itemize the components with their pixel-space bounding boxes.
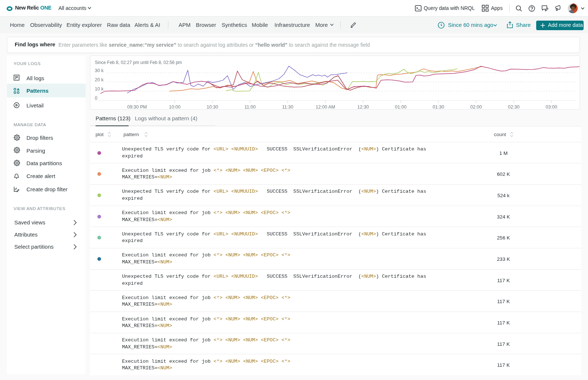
svg-text:10:30: 10:30 [207,104,218,109]
svg-text:11:30: 11:30 [282,104,293,109]
svg-text:12:30: 12:30 [357,104,369,109]
svg-text:10:00: 10:00 [169,104,180,109]
svg-text:09:30 PM: 09:30 PM [127,104,147,109]
svg-text:01:00: 01:00 [395,104,406,109]
svg-text:02:30: 02:30 [508,104,519,109]
svg-text:10 k: 10 k [95,86,104,92]
svg-text:11:00: 11:00 [244,104,255,109]
svg-text:30 k: 30 k [95,68,104,73]
svg-text:0: 0 [95,96,97,101]
svg-text:02:00: 02:00 [470,104,482,109]
svg-text:01:30: 01:30 [433,104,444,109]
svg-text:12:00 AM: 12:00 AM [316,104,335,109]
svg-text:Since Feb 8, 02:27 pm until Fe: Since Feb 8, 02:27 pm until Feb 8, 02:56… [95,60,182,65]
svg-text:20 k: 20 k [95,77,104,82]
svg-text:03:00: 03:00 [546,104,557,109]
